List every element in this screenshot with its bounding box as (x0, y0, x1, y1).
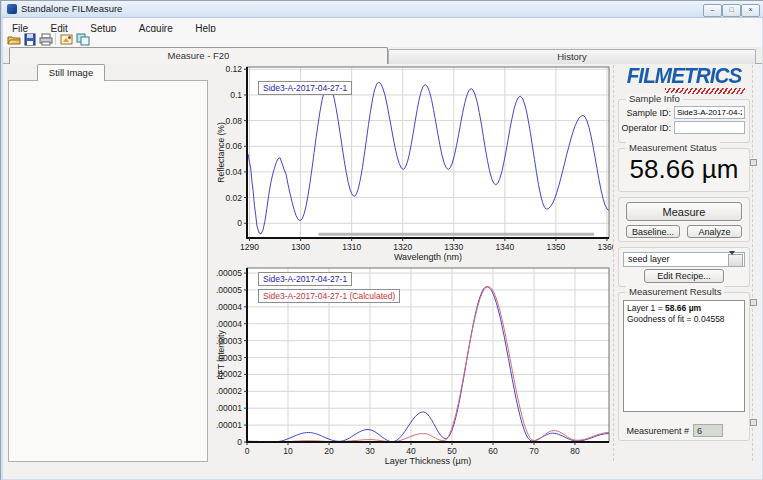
measurement-results-title: Measurement Results (626, 286, 724, 297)
reflectance-legend: Side3-A-2017-04-27-1 (258, 81, 352, 95)
svg-text:0.06: 0.06 (225, 141, 242, 151)
app-icon (7, 4, 17, 14)
svg-text:1360: 1360 (597, 242, 613, 252)
svg-text:0.00001: 0.00001 (216, 420, 242, 430)
window-title: Standalone FILMeasure (21, 3, 122, 14)
svg-text:0.02: 0.02 (225, 193, 242, 203)
splitter-handle[interactable] (750, 159, 757, 166)
svg-text:0.04: 0.04 (225, 167, 242, 177)
open-file-icon[interactable] (7, 33, 21, 46)
result-layer-value: 58.66 µm (665, 303, 701, 313)
filmetrics-logo: FILMETRICS (623, 63, 745, 89)
sample-id-label: Sample ID: (621, 108, 671, 118)
svg-text:0.00005: 0.00005 (216, 285, 242, 295)
svg-text:0: 0 (237, 218, 242, 228)
tab-measure-f20[interactable]: Measure - F20 (9, 47, 388, 64)
fft-legend-measured: Side3-A-2017-04-27-1 (258, 272, 352, 286)
chart-panel-splitter[interactable] (613, 65, 615, 461)
sample-id-input[interactable] (674, 106, 745, 119)
copy-chart-icon[interactable] (76, 33, 90, 46)
svg-text:1320: 1320 (393, 242, 412, 252)
recipe-dropdown[interactable]: seed layer (623, 252, 745, 267)
svg-text:10: 10 (283, 446, 293, 456)
svg-text:1350: 1350 (546, 242, 565, 252)
svg-text:0.12: 0.12 (225, 64, 242, 74)
operator-id-input[interactable] (674, 121, 745, 134)
svg-text:0.00004: 0.00004 (216, 319, 242, 329)
svg-text:0.00004: 0.00004 (216, 302, 242, 312)
svg-text:Wavelength (nm): Wavelength (nm) (394, 252, 462, 262)
svg-text:80: 80 (570, 446, 580, 456)
close-button[interactable]: × (741, 4, 760, 17)
save-icon[interactable] (23, 33, 37, 46)
recipe-selected-value: seed layer (628, 254, 670, 264)
sample-info-title: Sample Info (626, 93, 683, 104)
measurement-value: 58.66 µm (619, 154, 749, 186)
baseline-button[interactable]: Baseline... (626, 225, 680, 238)
right-panel-splitter[interactable] (752, 65, 754, 461)
operator-id-label: Operator ID: (617, 123, 671, 133)
result-layer-line: Layer 1 = 58.66 µm (627, 303, 741, 314)
result-goodness-line: Goodness of fit = 0.04558 (627, 314, 741, 325)
measure-button[interactable]: Measure (626, 202, 742, 221)
minimize-button[interactable]: – (703, 4, 722, 17)
svg-text:0: 0 (245, 446, 250, 456)
svg-text:40: 40 (406, 446, 416, 456)
fft-legend-calculated: Side3-A-2017-04-27-1 (Calculated) (258, 289, 400, 303)
measurement-number-label: Measurement # (611, 426, 689, 436)
svg-text:0.1: 0.1 (230, 90, 242, 100)
svg-text:60: 60 (488, 446, 498, 456)
svg-text:1330: 1330 (444, 242, 463, 252)
svg-text:0.08: 0.08 (225, 116, 242, 126)
svg-text:1340: 1340 (495, 242, 514, 252)
results-listbox[interactable]: Layer 1 = 58.66 µm Goodness of fit = 0.0… (623, 300, 745, 412)
svg-text:50: 50 (447, 446, 457, 456)
svg-text:0.00001: 0.00001 (216, 403, 242, 413)
svg-text:0.00002: 0.00002 (216, 386, 242, 396)
splitter-handle[interactable] (750, 299, 757, 306)
svg-text:Layer Thickness (µm): Layer Thickness (µm) (385, 456, 472, 466)
measurement-number-input (693, 424, 723, 437)
svg-text:1310: 1310 (342, 242, 361, 252)
svg-text:70: 70 (529, 446, 539, 456)
title-bar: Standalone FILMeasure – □ × (2, 1, 763, 18)
maximize-button[interactable]: □ (722, 4, 741, 17)
svg-text:30: 30 (365, 446, 375, 456)
edit-recipe-button[interactable]: Edit Recipe... (644, 269, 724, 283)
menu-bar: File Edit Setup Acquire Help (3, 18, 762, 32)
svg-text:1300: 1300 (291, 242, 310, 252)
svg-text:20: 20 (324, 446, 334, 456)
svg-text:0.00005: 0.00005 (216, 268, 242, 278)
measurement-status-title: Measurement Status (626, 142, 720, 153)
svg-text:1290: 1290 (240, 242, 259, 252)
toolbar-separator (55, 33, 56, 45)
splitter-handle[interactable] (750, 419, 757, 426)
tab-still-image[interactable]: Still Image (37, 64, 105, 81)
svg-text:0: 0 (237, 437, 242, 447)
still-image-panel (8, 80, 208, 462)
svg-text:Reflectance (%): Reflectance (%) (216, 122, 226, 183)
toolbar (3, 32, 762, 48)
acquire-image-icon[interactable] (60, 33, 74, 46)
analyze-button[interactable]: Analyze (687, 225, 742, 238)
svg-text:FFT Intensity: FFT Intensity (216, 330, 226, 380)
dropdown-arrow-icon[interactable] (728, 254, 743, 267)
app-window: Standalone FILMeasure – □ × File Edit Se… (0, 0, 763, 480)
print-icon[interactable] (39, 33, 53, 46)
